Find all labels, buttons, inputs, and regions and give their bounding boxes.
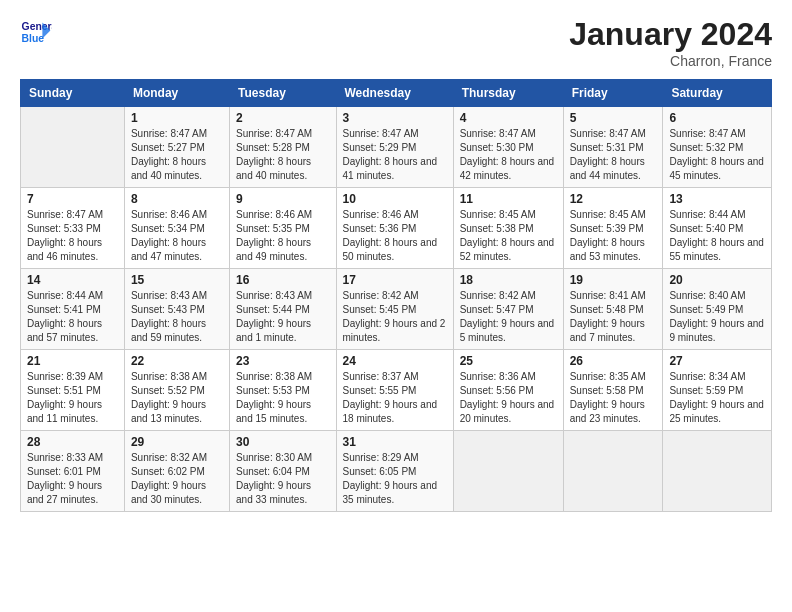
day-number: 26	[570, 354, 657, 368]
cell-info: Sunrise: 8:44 AMSunset: 5:41 PMDaylight:…	[27, 289, 118, 345]
cell-info: Sunrise: 8:39 AMSunset: 5:51 PMDaylight:…	[27, 370, 118, 426]
cell-3-1: 14Sunrise: 8:44 AMSunset: 5:41 PMDayligh…	[21, 269, 125, 350]
cell-info: Sunrise: 8:36 AMSunset: 5:56 PMDaylight:…	[460, 370, 557, 426]
cell-2-7: 13Sunrise: 8:44 AMSunset: 5:40 PMDayligh…	[663, 188, 772, 269]
cell-info: Sunrise: 8:43 AMSunset: 5:43 PMDaylight:…	[131, 289, 223, 345]
day-number: 5	[570, 111, 657, 125]
cell-info: Sunrise: 8:41 AMSunset: 5:48 PMDaylight:…	[570, 289, 657, 345]
cell-2-3: 9Sunrise: 8:46 AMSunset: 5:35 PMDaylight…	[230, 188, 336, 269]
week-row-5: 28Sunrise: 8:33 AMSunset: 6:01 PMDayligh…	[21, 431, 772, 512]
week-row-1: 1Sunrise: 8:47 AMSunset: 5:27 PMDaylight…	[21, 107, 772, 188]
cell-info: Sunrise: 8:47 AMSunset: 5:30 PMDaylight:…	[460, 127, 557, 183]
cell-info: Sunrise: 8:43 AMSunset: 5:44 PMDaylight:…	[236, 289, 329, 345]
cell-info: Sunrise: 8:42 AMSunset: 5:45 PMDaylight:…	[343, 289, 447, 345]
svg-text:Blue: Blue	[22, 33, 45, 44]
cell-5-2: 29Sunrise: 8:32 AMSunset: 6:02 PMDayligh…	[124, 431, 229, 512]
col-tuesday: Tuesday	[230, 80, 336, 107]
cell-info: Sunrise: 8:47 AMSunset: 5:29 PMDaylight:…	[343, 127, 447, 183]
day-number: 14	[27, 273, 118, 287]
cell-1-1	[21, 107, 125, 188]
cell-5-3: 30Sunrise: 8:30 AMSunset: 6:04 PMDayligh…	[230, 431, 336, 512]
day-number: 24	[343, 354, 447, 368]
cell-info: Sunrise: 8:29 AMSunset: 6:05 PMDaylight:…	[343, 451, 447, 507]
cell-info: Sunrise: 8:47 AMSunset: 5:33 PMDaylight:…	[27, 208, 118, 264]
day-number: 16	[236, 273, 329, 287]
col-saturday: Saturday	[663, 80, 772, 107]
calendar-table: Sunday Monday Tuesday Wednesday Thursday…	[20, 79, 772, 512]
page-title: January 2024	[569, 16, 772, 53]
cell-info: Sunrise: 8:38 AMSunset: 5:53 PMDaylight:…	[236, 370, 329, 426]
cell-3-2: 15Sunrise: 8:43 AMSunset: 5:43 PMDayligh…	[124, 269, 229, 350]
cell-4-1: 21Sunrise: 8:39 AMSunset: 5:51 PMDayligh…	[21, 350, 125, 431]
day-number: 21	[27, 354, 118, 368]
day-number: 3	[343, 111, 447, 125]
col-thursday: Thursday	[453, 80, 563, 107]
cell-info: Sunrise: 8:34 AMSunset: 5:59 PMDaylight:…	[669, 370, 765, 426]
cell-4-3: 23Sunrise: 8:38 AMSunset: 5:53 PMDayligh…	[230, 350, 336, 431]
cell-info: Sunrise: 8:47 AMSunset: 5:32 PMDaylight:…	[669, 127, 765, 183]
page: General Blue January 2024 Charron, Franc…	[0, 0, 792, 612]
cell-info: Sunrise: 8:30 AMSunset: 6:04 PMDaylight:…	[236, 451, 329, 507]
cell-4-6: 26Sunrise: 8:35 AMSunset: 5:58 PMDayligh…	[563, 350, 663, 431]
cell-4-2: 22Sunrise: 8:38 AMSunset: 5:52 PMDayligh…	[124, 350, 229, 431]
cell-1-5: 4Sunrise: 8:47 AMSunset: 5:30 PMDaylight…	[453, 107, 563, 188]
cell-2-1: 7Sunrise: 8:47 AMSunset: 5:33 PMDaylight…	[21, 188, 125, 269]
day-number: 2	[236, 111, 329, 125]
cell-info: Sunrise: 8:38 AMSunset: 5:52 PMDaylight:…	[131, 370, 223, 426]
day-number: 19	[570, 273, 657, 287]
cell-1-7: 6Sunrise: 8:47 AMSunset: 5:32 PMDaylight…	[663, 107, 772, 188]
header-row: Sunday Monday Tuesday Wednesday Thursday…	[21, 80, 772, 107]
day-number: 22	[131, 354, 223, 368]
cell-2-5: 11Sunrise: 8:45 AMSunset: 5:38 PMDayligh…	[453, 188, 563, 269]
day-number: 27	[669, 354, 765, 368]
cell-info: Sunrise: 8:40 AMSunset: 5:49 PMDaylight:…	[669, 289, 765, 345]
day-number: 4	[460, 111, 557, 125]
title-block: January 2024 Charron, France	[569, 16, 772, 69]
logo: General Blue	[20, 16, 52, 48]
cell-1-3: 2Sunrise: 8:47 AMSunset: 5:28 PMDaylight…	[230, 107, 336, 188]
cell-info: Sunrise: 8:42 AMSunset: 5:47 PMDaylight:…	[460, 289, 557, 345]
cell-info: Sunrise: 8:45 AMSunset: 5:38 PMDaylight:…	[460, 208, 557, 264]
cell-info: Sunrise: 8:46 AMSunset: 5:36 PMDaylight:…	[343, 208, 447, 264]
day-number: 29	[131, 435, 223, 449]
cell-info: Sunrise: 8:44 AMSunset: 5:40 PMDaylight:…	[669, 208, 765, 264]
cell-3-6: 19Sunrise: 8:41 AMSunset: 5:48 PMDayligh…	[563, 269, 663, 350]
day-number: 15	[131, 273, 223, 287]
header: General Blue January 2024 Charron, Franc…	[20, 16, 772, 69]
day-number: 11	[460, 192, 557, 206]
day-number: 6	[669, 111, 765, 125]
cell-5-1: 28Sunrise: 8:33 AMSunset: 6:01 PMDayligh…	[21, 431, 125, 512]
cell-2-4: 10Sunrise: 8:46 AMSunset: 5:36 PMDayligh…	[336, 188, 453, 269]
cell-3-7: 20Sunrise: 8:40 AMSunset: 5:49 PMDayligh…	[663, 269, 772, 350]
day-number: 23	[236, 354, 329, 368]
cell-4-4: 24Sunrise: 8:37 AMSunset: 5:55 PMDayligh…	[336, 350, 453, 431]
page-subtitle: Charron, France	[569, 53, 772, 69]
cell-5-4: 31Sunrise: 8:29 AMSunset: 6:05 PMDayligh…	[336, 431, 453, 512]
cell-1-2: 1Sunrise: 8:47 AMSunset: 5:27 PMDaylight…	[124, 107, 229, 188]
day-number: 17	[343, 273, 447, 287]
day-number: 28	[27, 435, 118, 449]
cell-3-3: 16Sunrise: 8:43 AMSunset: 5:44 PMDayligh…	[230, 269, 336, 350]
week-row-3: 14Sunrise: 8:44 AMSunset: 5:41 PMDayligh…	[21, 269, 772, 350]
cell-5-5	[453, 431, 563, 512]
day-number: 8	[131, 192, 223, 206]
cell-info: Sunrise: 8:45 AMSunset: 5:39 PMDaylight:…	[570, 208, 657, 264]
cell-1-6: 5Sunrise: 8:47 AMSunset: 5:31 PMDaylight…	[563, 107, 663, 188]
week-row-2: 7Sunrise: 8:47 AMSunset: 5:33 PMDaylight…	[21, 188, 772, 269]
cell-info: Sunrise: 8:33 AMSunset: 6:01 PMDaylight:…	[27, 451, 118, 507]
day-number: 20	[669, 273, 765, 287]
cell-info: Sunrise: 8:32 AMSunset: 6:02 PMDaylight:…	[131, 451, 223, 507]
week-row-4: 21Sunrise: 8:39 AMSunset: 5:51 PMDayligh…	[21, 350, 772, 431]
day-number: 9	[236, 192, 329, 206]
logo-icon: General Blue	[20, 16, 52, 48]
cell-info: Sunrise: 8:47 AMSunset: 5:27 PMDaylight:…	[131, 127, 223, 183]
day-number: 25	[460, 354, 557, 368]
day-number: 18	[460, 273, 557, 287]
cell-3-4: 17Sunrise: 8:42 AMSunset: 5:45 PMDayligh…	[336, 269, 453, 350]
cell-4-7: 27Sunrise: 8:34 AMSunset: 5:59 PMDayligh…	[663, 350, 772, 431]
cell-3-5: 18Sunrise: 8:42 AMSunset: 5:47 PMDayligh…	[453, 269, 563, 350]
cell-4-5: 25Sunrise: 8:36 AMSunset: 5:56 PMDayligh…	[453, 350, 563, 431]
cell-info: Sunrise: 8:47 AMSunset: 5:28 PMDaylight:…	[236, 127, 329, 183]
cell-2-6: 12Sunrise: 8:45 AMSunset: 5:39 PMDayligh…	[563, 188, 663, 269]
day-number: 30	[236, 435, 329, 449]
